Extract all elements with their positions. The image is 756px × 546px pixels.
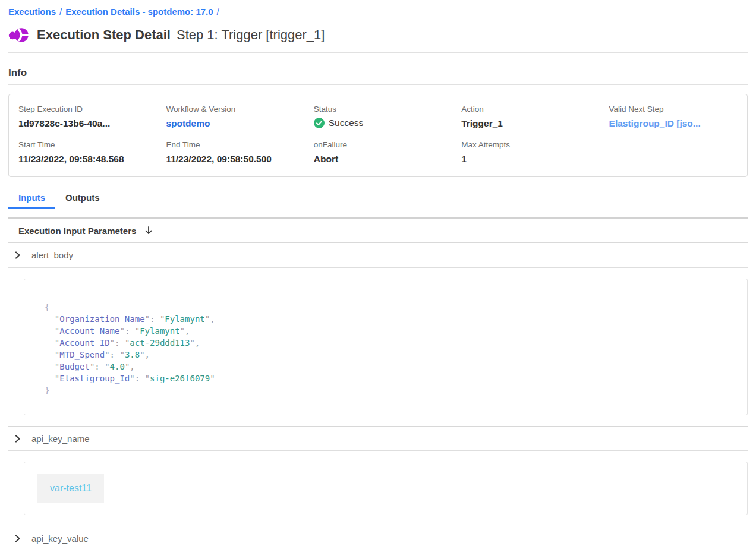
info-row-1: Step Execution ID 1d97828c-13b6-40a... W…: [9, 105, 747, 129]
page-title: Execution Step Detail: [37, 27, 171, 43]
field-valid-next-step: Valid Next Step Elastigroup_ID [jso...: [600, 105, 747, 129]
fylamynt-logo-icon: [8, 26, 30, 44]
next-step-link[interactable]: Elastigroup_ID [jso...: [609, 118, 747, 129]
field-status: Status Success: [304, 105, 452, 129]
field-label: Step Execution ID: [18, 105, 156, 113]
page-header: Execution Step Detail Step 1: Trigger [t…: [8, 26, 748, 44]
info-row-2: Start Time 11/23/2022, 09:58:48.568 End …: [9, 140, 747, 165]
field-label: Status: [314, 105, 452, 113]
api-key-name-value: var-test11: [37, 474, 104, 503]
breadcrumb-link-execution-details[interactable]: Execution Details - spotdemo: 17.0: [65, 7, 213, 17]
tab-outputs[interactable]: Outputs: [55, 190, 110, 209]
field-onfailure: onFailure Abort: [304, 140, 452, 165]
status-value: Success: [314, 118, 452, 128]
breadcrumb-separator: /: [59, 7, 62, 17]
workflow-link[interactable]: spotdemo: [166, 118, 304, 129]
field-value: Trigger_1: [461, 118, 599, 129]
section-name: alert_body: [32, 250, 73, 260]
breadcrumb-separator: /: [217, 7, 219, 17]
field-end-time: End Time 11/23/2022, 09:58:50.500: [156, 140, 304, 165]
field-value: 11/23/2022, 09:58:48.568: [18, 154, 156, 165]
page-subtitle: Step 1: Trigger [trigger_1]: [177, 27, 325, 43]
section-name: api_key_name: [32, 434, 90, 444]
field-value: Abort: [314, 154, 452, 165]
breadcrumb: Executions/Execution Details - spotdemo:…: [8, 0, 748, 17]
tab-bar: Inputs Outputs: [8, 190, 748, 209]
field-empty: [600, 140, 747, 165]
collapse-all-arrow-icon[interactable]: [144, 226, 153, 235]
parameters-heading: Execution Input Parameters: [18, 226, 136, 236]
field-label: Valid Next Step: [609, 105, 747, 113]
execution-input-parameters-panel: Execution Input Parameters alert_body { …: [8, 217, 748, 546]
field-start-time: Start Time 11/23/2022, 09:58:48.568: [9, 140, 156, 165]
title-wrap: Execution Step Detail Step 1: Trigger [t…: [37, 27, 325, 43]
section-name: api_key_value: [32, 534, 89, 544]
api-key-name-content: var-test11: [24, 462, 748, 515]
info-card: Step Execution ID 1d97828c-13b6-40a... W…: [8, 94, 748, 177]
field-label: End Time: [166, 140, 304, 149]
page: Executions/Execution Details - spotdemo:…: [0, 0, 756, 546]
alert-body-code: { "Organization_Name": "Fylamynt", "Acco…: [45, 301, 727, 396]
breadcrumb-link-executions[interactable]: Executions: [8, 7, 56, 17]
field-label: onFailure: [314, 140, 452, 149]
alert-body-content: { "Organization_Name": "Fylamynt", "Acco…: [24, 279, 748, 415]
field-label: Action: [461, 105, 599, 113]
field-max-attempts: Max Attempts 1: [452, 140, 599, 165]
field-value: 1: [461, 154, 599, 165]
field-label: Start Time: [18, 140, 156, 149]
chevron-right-icon: [14, 535, 21, 542]
parameters-heading-row: Execution Input Parameters: [8, 217, 748, 243]
field-value: 1d97828c-13b6-40a...: [18, 118, 156, 129]
info-divider: [8, 84, 748, 85]
success-check-icon: [314, 118, 325, 128]
field-action: Action Trigger_1: [452, 105, 599, 129]
status-text: Success: [329, 118, 364, 128]
chevron-right-icon: [14, 435, 21, 443]
info-section-heading: Info: [8, 67, 748, 79]
field-workflow-version: Workflow & Version spotdemo: [156, 105, 304, 129]
section-row-api-key-value[interactable]: api_key_value: [8, 526, 748, 546]
tab-inputs[interactable]: Inputs: [8, 190, 55, 209]
field-step-execution-id: Step Execution ID 1d97828c-13b6-40a...: [9, 105, 156, 129]
section-row-alert-body[interactable]: alert_body: [8, 243, 748, 268]
field-value: 11/23/2022, 09:58:50.500: [166, 154, 304, 165]
section-row-api-key-name[interactable]: api_key_name: [8, 426, 748, 451]
header-divider: [8, 52, 748, 53]
field-label: Workflow & Version: [166, 105, 304, 113]
field-label: Max Attempts: [461, 140, 599, 149]
chevron-right-icon: [14, 251, 21, 259]
